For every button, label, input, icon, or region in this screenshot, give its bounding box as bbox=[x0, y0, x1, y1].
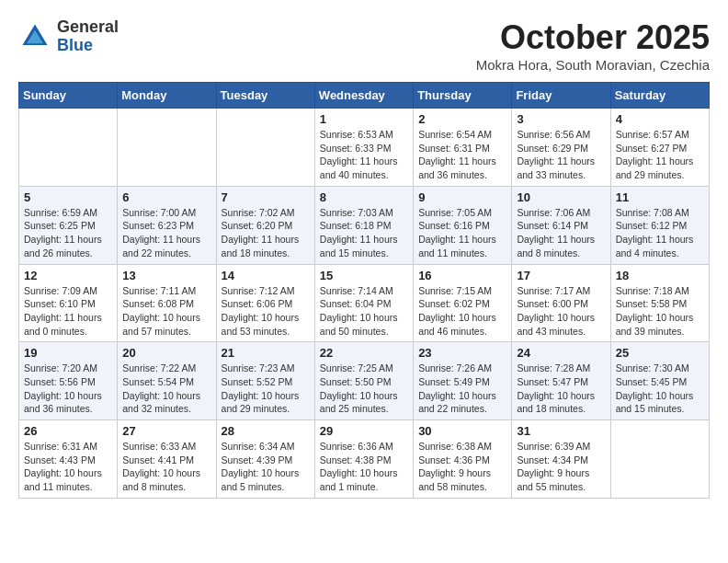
calendar-cell: 2Sunrise: 6:54 AM Sunset: 6:31 PM Daylig… bbox=[414, 109, 512, 187]
calendar-cell: 7Sunrise: 7:02 AM Sunset: 6:20 PM Daylig… bbox=[216, 186, 314, 264]
day-number: 29 bbox=[320, 424, 408, 438]
day-number: 4 bbox=[616, 112, 704, 126]
day-info: Sunrise: 7:23 AM Sunset: 5:52 PM Dayligh… bbox=[222, 362, 310, 416]
day-number: 6 bbox=[122, 190, 210, 204]
day-number: 28 bbox=[222, 424, 310, 438]
day-number: 30 bbox=[418, 424, 506, 438]
day-number: 11 bbox=[616, 190, 704, 204]
day-number: 12 bbox=[24, 269, 112, 282]
calendar-cell: 17Sunrise: 7:17 AM Sunset: 6:00 PM Dayli… bbox=[512, 264, 610, 342]
day-number: 20 bbox=[122, 346, 210, 360]
day-info: Sunrise: 6:38 AM Sunset: 4:36 PM Dayligh… bbox=[418, 440, 506, 494]
day-number: 13 bbox=[122, 269, 210, 282]
day-number: 24 bbox=[517, 346, 605, 360]
calendar-cell: 18Sunrise: 7:18 AM Sunset: 5:58 PM Dayli… bbox=[610, 264, 709, 342]
calendar-cell: 8Sunrise: 7:03 AM Sunset: 6:18 PM Daylig… bbox=[314, 186, 413, 264]
weekday-header-row: SundayMondayTuesdayWednesdayThursdayFrid… bbox=[19, 83, 710, 109]
day-info: Sunrise: 7:30 AM Sunset: 5:45 PM Dayligh… bbox=[616, 362, 704, 416]
day-info: Sunrise: 7:22 AM Sunset: 5:54 PM Dayligh… bbox=[122, 362, 210, 416]
calendar-cell: 23Sunrise: 7:26 AM Sunset: 5:49 PM Dayli… bbox=[414, 342, 512, 420]
header: General Blue October 2025 Mokra Hora, So… bbox=[18, 18, 710, 73]
day-info: Sunrise: 6:53 AM Sunset: 6:33 PM Dayligh… bbox=[320, 128, 408, 182]
day-info: Sunrise: 6:54 AM Sunset: 6:31 PM Dayligh… bbox=[418, 128, 506, 182]
day-info: Sunrise: 7:09 AM Sunset: 6:10 PM Dayligh… bbox=[24, 284, 112, 339]
calendar-cell: 9Sunrise: 7:05 AM Sunset: 6:16 PM Daylig… bbox=[414, 186, 512, 264]
calendar-cell: 1Sunrise: 6:53 AM Sunset: 6:33 PM Daylig… bbox=[314, 109, 413, 187]
day-number: 7 bbox=[222, 190, 310, 204]
day-number: 15 bbox=[320, 269, 408, 282]
day-info: Sunrise: 7:18 AM Sunset: 5:58 PM Dayligh… bbox=[616, 284, 704, 339]
title-area: October 2025 Mokra Hora, South Moravian,… bbox=[476, 18, 710, 73]
calendar-cell bbox=[216, 109, 314, 187]
day-info: Sunrise: 6:59 AM Sunset: 6:25 PM Dayligh… bbox=[24, 206, 112, 260]
weekday-header-thursday: Thursday bbox=[414, 83, 512, 109]
day-info: Sunrise: 7:08 AM Sunset: 6:12 PM Dayligh… bbox=[616, 206, 704, 260]
calendar-week-4: 19Sunrise: 7:20 AM Sunset: 5:56 PM Dayli… bbox=[19, 342, 710, 420]
day-info: Sunrise: 6:57 AM Sunset: 6:27 PM Dayligh… bbox=[616, 128, 704, 182]
calendar-cell: 31Sunrise: 6:39 AM Sunset: 4:34 PM Dayli… bbox=[512, 420, 610, 499]
day-info: Sunrise: 7:11 AM Sunset: 6:08 PM Dayligh… bbox=[122, 284, 210, 339]
day-number: 26 bbox=[24, 424, 112, 438]
day-info: Sunrise: 7:14 AM Sunset: 6:04 PM Dayligh… bbox=[320, 284, 408, 339]
calendar-cell: 16Sunrise: 7:15 AM Sunset: 6:02 PM Dayli… bbox=[414, 264, 512, 342]
calendar-week-5: 26Sunrise: 6:31 AM Sunset: 4:43 PM Dayli… bbox=[19, 420, 710, 499]
day-number: 1 bbox=[320, 112, 408, 126]
calendar-cell bbox=[118, 109, 216, 187]
month-title: October 2025 bbox=[476, 18, 710, 57]
calendar-week-2: 5Sunrise: 6:59 AM Sunset: 6:25 PM Daylig… bbox=[19, 186, 710, 264]
weekday-header-sunday: Sunday bbox=[19, 83, 118, 109]
day-number: 22 bbox=[320, 346, 408, 360]
calendar-cell: 13Sunrise: 7:11 AM Sunset: 6:08 PM Dayli… bbox=[118, 264, 216, 342]
calendar-cell: 5Sunrise: 6:59 AM Sunset: 6:25 PM Daylig… bbox=[19, 186, 118, 264]
calendar-cell: 27Sunrise: 6:33 AM Sunset: 4:41 PM Dayli… bbox=[118, 420, 216, 499]
day-number: 9 bbox=[418, 190, 506, 204]
day-number: 27 bbox=[122, 424, 210, 438]
day-number: 14 bbox=[222, 269, 310, 282]
calendar-week-1: 1Sunrise: 6:53 AM Sunset: 6:33 PM Daylig… bbox=[19, 109, 710, 187]
calendar-cell: 24Sunrise: 7:28 AM Sunset: 5:47 PM Dayli… bbox=[512, 342, 610, 420]
calendar-cell: 14Sunrise: 7:12 AM Sunset: 6:06 PM Dayli… bbox=[216, 264, 314, 342]
weekday-header-tuesday: Tuesday bbox=[216, 83, 314, 109]
day-info: Sunrise: 7:17 AM Sunset: 6:00 PM Dayligh… bbox=[517, 284, 605, 339]
day-info: Sunrise: 7:26 AM Sunset: 5:49 PM Dayligh… bbox=[418, 362, 506, 416]
day-number: 19 bbox=[24, 346, 112, 360]
day-info: Sunrise: 6:33 AM Sunset: 4:41 PM Dayligh… bbox=[122, 440, 210, 494]
logo: General Blue bbox=[18, 18, 119, 55]
calendar-cell: 15Sunrise: 7:14 AM Sunset: 6:04 PM Dayli… bbox=[314, 264, 413, 342]
day-info: Sunrise: 7:05 AM Sunset: 6:16 PM Dayligh… bbox=[418, 206, 506, 260]
day-info: Sunrise: 6:36 AM Sunset: 4:38 PM Dayligh… bbox=[320, 440, 408, 494]
day-info: Sunrise: 7:25 AM Sunset: 5:50 PM Dayligh… bbox=[320, 362, 408, 416]
logo-icon bbox=[18, 20, 51, 53]
calendar-week-3: 12Sunrise: 7:09 AM Sunset: 6:10 PM Dayli… bbox=[19, 264, 710, 342]
weekday-header-wednesday: Wednesday bbox=[314, 83, 413, 109]
day-number: 31 bbox=[517, 424, 605, 438]
calendar-cell: 22Sunrise: 7:25 AM Sunset: 5:50 PM Dayli… bbox=[314, 342, 413, 420]
logo-general: General bbox=[57, 17, 119, 36]
weekday-header-monday: Monday bbox=[118, 83, 216, 109]
day-number: 3 bbox=[517, 112, 605, 126]
day-info: Sunrise: 6:56 AM Sunset: 6:29 PM Dayligh… bbox=[517, 128, 605, 182]
weekday-header-friday: Friday bbox=[512, 83, 610, 109]
day-number: 5 bbox=[24, 190, 112, 204]
day-info: Sunrise: 7:15 AM Sunset: 6:02 PM Dayligh… bbox=[418, 284, 506, 339]
calendar-cell: 6Sunrise: 7:00 AM Sunset: 6:23 PM Daylig… bbox=[118, 186, 216, 264]
day-number: 23 bbox=[418, 346, 506, 360]
calendar: SundayMondayTuesdayWednesdayThursdayFrid… bbox=[18, 82, 710, 499]
location-title: Mokra Hora, South Moravian, Czechia bbox=[476, 57, 710, 73]
calendar-cell: 10Sunrise: 7:06 AM Sunset: 6:14 PM Dayli… bbox=[512, 186, 610, 264]
day-number: 18 bbox=[616, 269, 704, 282]
day-info: Sunrise: 7:03 AM Sunset: 6:18 PM Dayligh… bbox=[320, 206, 408, 260]
calendar-cell: 29Sunrise: 6:36 AM Sunset: 4:38 PM Dayli… bbox=[314, 420, 413, 499]
day-info: Sunrise: 6:34 AM Sunset: 4:39 PM Dayligh… bbox=[222, 440, 310, 494]
calendar-cell: 25Sunrise: 7:30 AM Sunset: 5:45 PM Dayli… bbox=[610, 342, 709, 420]
day-info: Sunrise: 7:02 AM Sunset: 6:20 PM Dayligh… bbox=[222, 206, 310, 260]
day-info: Sunrise: 6:39 AM Sunset: 4:34 PM Dayligh… bbox=[517, 440, 605, 494]
calendar-cell bbox=[610, 420, 709, 499]
day-number: 17 bbox=[517, 269, 605, 282]
calendar-cell: 21Sunrise: 7:23 AM Sunset: 5:52 PM Dayli… bbox=[216, 342, 314, 420]
logo-text: General Blue bbox=[57, 18, 119, 55]
day-info: Sunrise: 7:06 AM Sunset: 6:14 PM Dayligh… bbox=[517, 206, 605, 260]
day-info: Sunrise: 7:00 AM Sunset: 6:23 PM Dayligh… bbox=[122, 206, 210, 260]
day-number: 21 bbox=[222, 346, 310, 360]
day-info: Sunrise: 6:31 AM Sunset: 4:43 PM Dayligh… bbox=[24, 440, 112, 494]
